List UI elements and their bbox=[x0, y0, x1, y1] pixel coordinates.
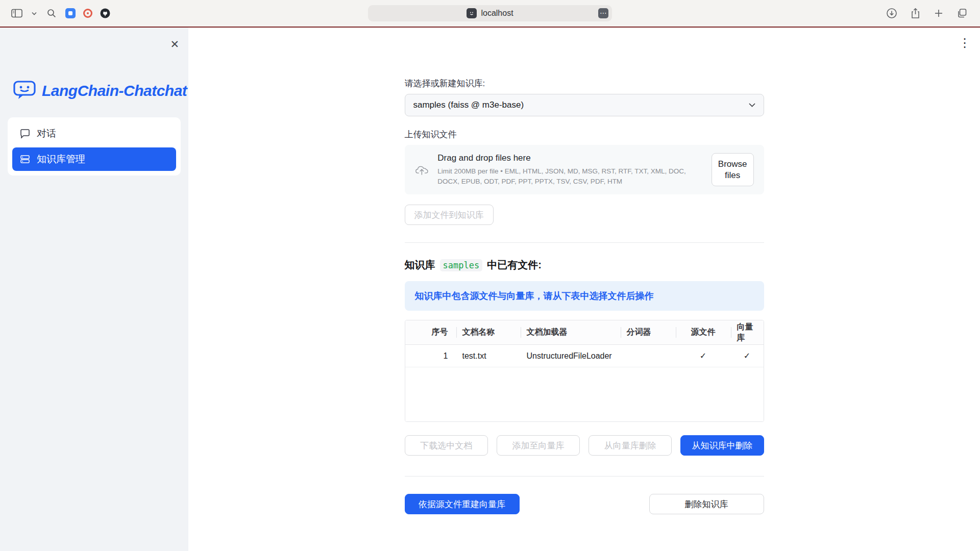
logo-chat-icon bbox=[13, 80, 36, 102]
sidebar-item-dialogue[interactable]: 对话 bbox=[12, 122, 176, 145]
heading-suffix: 中已有文件: bbox=[487, 258, 542, 272]
kb-files-heading: 知识库 samples 中已有文件: bbox=[405, 258, 764, 272]
browse-files-button[interactable]: Browse files bbox=[712, 153, 754, 186]
kb-select-label: 请选择或新建知识库: bbox=[405, 78, 764, 89]
pinned-site-icon-blue[interactable] bbox=[65, 8, 76, 18]
kb-global-actions: 依据源文件重建向量库 删除知识库 bbox=[405, 494, 764, 514]
file-actions: 下载选中文档 添加至向量库 从向量库删除 从知识库中删除 bbox=[405, 435, 764, 456]
downloads-icon[interactable] bbox=[885, 7, 898, 20]
sidebar-toggle-icon[interactable] bbox=[10, 7, 23, 20]
col-header-vector[interactable]: 向量库 bbox=[731, 320, 764, 344]
heading-prefix: 知识库 bbox=[405, 258, 435, 272]
main-menu-icon[interactable]: ⋮ bbox=[959, 37, 971, 49]
app-logo: LangChain-Chatchat bbox=[13, 80, 187, 102]
cell-loader[interactable]: UnstructuredFileLoader bbox=[521, 345, 621, 367]
kb-select-value: samples (faiss @ m3e-base) bbox=[413, 100, 524, 110]
table-empty-area bbox=[405, 367, 764, 421]
table-header-row: 序号 文档名称 文档加载器 分词器 源文件 向量库 bbox=[405, 320, 764, 345]
chevron-down-icon bbox=[749, 103, 755, 107]
rebuild-vector-button[interactable]: 依据源文件重建向量库 bbox=[405, 494, 520, 514]
add-files-button[interactable]: 添加文件到知识库 bbox=[405, 205, 494, 225]
col-header-splitter[interactable]: 分词器 bbox=[621, 320, 676, 344]
cell-vector-check[interactable]: ✓ bbox=[731, 345, 764, 367]
col-header-loader[interactable]: 文档加载器 bbox=[521, 320, 621, 344]
cell-splitter[interactable] bbox=[621, 345, 676, 367]
address-bar[interactable]: localhost ⋯ bbox=[368, 5, 612, 21]
cell-name[interactable]: test.txt bbox=[456, 345, 521, 367]
kb-name-code: samples bbox=[440, 259, 483, 271]
file-dropzone[interactable]: Drag and drop files here Limit 200MB per… bbox=[405, 145, 764, 194]
new-tab-icon[interactable] bbox=[932, 7, 945, 20]
database-stack-icon bbox=[20, 154, 30, 164]
table-row[interactable]: 1 test.txt UnstructuredFileLoader ✓ ✓ bbox=[405, 345, 764, 367]
dropzone-hint: Limit 200MB per file • EML, HTML, JSON, … bbox=[437, 166, 702, 186]
col-header-index[interactable]: 序号 bbox=[405, 320, 456, 344]
site-favicon bbox=[467, 8, 477, 18]
chevron-down-icon[interactable] bbox=[31, 7, 38, 20]
cell-index[interactable]: 1 bbox=[405, 345, 456, 367]
info-banner: 知识库中包含源文件与向量库，请从下表中选择文件后操作 bbox=[405, 281, 764, 311]
sidebar-item-label: 知识库管理 bbox=[37, 153, 85, 166]
divider bbox=[405, 476, 764, 477]
download-selected-button[interactable]: 下载选中文档 bbox=[405, 435, 488, 456]
sidebar: ✕ LangChain-Chatchat 对话 bbox=[0, 28, 188, 551]
sidebar-item-label: 对话 bbox=[37, 127, 56, 140]
dropzone-title: Drag and drop files here bbox=[437, 153, 702, 163]
extensions-icon[interactable]: ⋯ bbox=[598, 8, 608, 18]
cell-source-check[interactable]: ✓ bbox=[676, 345, 731, 367]
close-icon[interactable]: ✕ bbox=[170, 39, 179, 49]
tab-overview-icon[interactable] bbox=[955, 7, 969, 20]
share-icon[interactable] bbox=[909, 7, 922, 20]
kb-select[interactable]: samples (faiss @ m3e-base) bbox=[405, 94, 764, 116]
url-text: localhost bbox=[481, 9, 513, 18]
col-header-source[interactable]: 源文件 bbox=[676, 320, 731, 344]
logo-text: LangChain-Chatchat bbox=[42, 82, 187, 99]
pinned-site-icon-ring[interactable] bbox=[83, 8, 93, 18]
upload-label: 上传知识文件 bbox=[405, 129, 764, 140]
add-to-vector-button[interactable]: 添加至向量库 bbox=[497, 435, 580, 456]
browser-toolbar: localhost ⋯ bbox=[0, 0, 980, 27]
sidebar-item-knowledge-base[interactable]: 知识库管理 bbox=[12, 147, 176, 171]
main-area: ⋮ 请选择或新建知识库: samples (faiss @ m3e-base) … bbox=[188, 28, 980, 551]
cloud-upload-icon bbox=[415, 161, 429, 179]
github-icon[interactable] bbox=[100, 8, 110, 18]
chat-bubble-icon bbox=[20, 129, 30, 139]
nav-menu: 对话 知识库管理 bbox=[8, 117, 181, 176]
remove-from-vector-button[interactable]: 从向量库删除 bbox=[589, 435, 672, 456]
delete-from-kb-button[interactable]: 从知识库中删除 bbox=[680, 435, 764, 456]
search-icon[interactable] bbox=[45, 7, 58, 20]
delete-kb-button[interactable]: 删除知识库 bbox=[649, 494, 764, 514]
divider bbox=[405, 242, 764, 243]
col-header-name[interactable]: 文档名称 bbox=[456, 320, 521, 344]
files-table[interactable]: 序号 文档名称 文档加载器 分词器 源文件 向量库 1 test.txt Uns… bbox=[405, 320, 764, 422]
